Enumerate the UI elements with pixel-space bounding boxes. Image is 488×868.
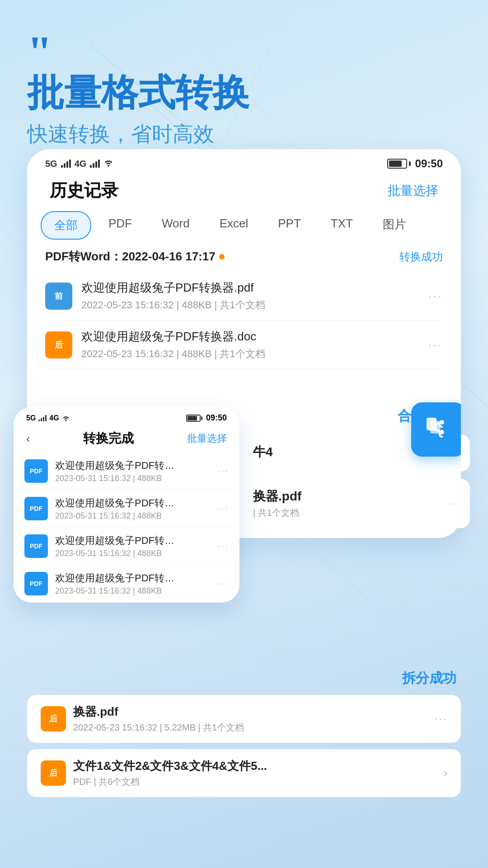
file-item-2[interactable]: 后 欢迎使用超级兔子PDF转换器.doc 2022-05-23 15:16:32… [45, 321, 443, 369]
sec-file-name-1: 欢迎使用超级兔子PDF转换器.pdf [55, 459, 182, 472]
batch-select-btn[interactable]: 批量选择 [388, 182, 438, 199]
file-name-1: 欢迎使用超级兔子PDF转换器.pdf [81, 280, 419, 296]
file-meta-1: 2022-05-23 15:16:32 | 488KB | 共1个文档 [81, 298, 419, 312]
split-file-item[interactable]: 后 换器.pdf 2022-05-23 15:16:32 | 5.22MB | … [27, 695, 461, 743]
sec-file-info-3: 欢迎使用超级兔子PDF转换器.pdf 2023-05-31 15:16:32 |… [55, 534, 211, 558]
svg-point-9 [440, 420, 444, 425]
sec-wifi-icon [62, 415, 70, 421]
file-item-1[interactable]: 前 欢迎使用超级兔子PDF转换器.pdf 2022-05-23 15:16:32… [45, 272, 443, 321]
sec-file-list: PDF 欢迎使用超级兔子PDF转换器.pdf 2023-05-31 15:16:… [14, 453, 239, 603]
combined-info: 文件1&文件2&文件3&文件4&文件5... PDF | 共6个文档 [73, 758, 436, 788]
signal-bars [90, 160, 100, 168]
bottom-panel: 拆分成功 后 换器.pdf 2022-05-23 15:16:32 | 5.22… [27, 669, 461, 797]
file-info-1: 欢迎使用超级兔子PDF转换器.pdf 2022-05-23 15:16:32 |… [81, 280, 419, 312]
quote-mark: " [27, 36, 461, 68]
file-badge-prev: 前 [45, 283, 72, 310]
wifi-icon [103, 159, 113, 169]
sec-more-btn-1[interactable]: ··· [218, 465, 229, 477]
sec-time: 09:50 [206, 413, 227, 423]
sec-status-bar: 5G 4G 09:50 [14, 407, 239, 426]
tab-excel[interactable]: Excel [207, 211, 261, 240]
sec-file-info-1: 欢迎使用超级兔子PDF转换器.pdf 2023-05-31 15:16:32 |… [55, 459, 211, 483]
status-bar: 5G 4G [27, 149, 461, 175]
sec-app-header: ‹ 转换完成 批量选择 [14, 426, 239, 453]
combined-file-item[interactable]: 后 文件1&文件2&文件3&文件4&文件5... PDF | 共6个文档 › [27, 749, 461, 797]
header-title: 批量格式转换 [27, 72, 461, 113]
sec-file-name-4: 欢迎使用超级兔子PDF转换器.pdf [55, 571, 182, 585]
sec-file-item-4[interactable]: PDF 欢迎使用超级兔子PDF转换器.pdf 2023-05-31 15:16:… [14, 565, 239, 603]
tab-pdf[interactable]: PDF [96, 211, 145, 240]
split-file-name: 换器.pdf [73, 704, 427, 720]
conv-group-header: PDF转Word：2022-04-16 17:17 转换成功 [45, 249, 443, 264]
right-file-info-2: 换器.pdf | 共1个文档 [253, 488, 443, 519]
split-status-label: 拆分成功 [27, 669, 456, 688]
sec-pdf-icon-2: PDF [24, 497, 48, 520]
split-more-btn[interactable]: ··· [434, 712, 447, 726]
header-subtitle: 快速转换，省时高效 [27, 120, 461, 148]
sec-title: 转换完成 [83, 430, 134, 447]
file-badge-after: 后 [45, 331, 72, 359]
sec-batch-select[interactable]: 批量选择 [187, 432, 227, 445]
sec-file-info-2: 欢迎使用超级兔子PDF转换器.pdf 2023-05-31 15:16:32 |… [55, 496, 211, 521]
svg-point-10 [440, 430, 444, 434]
sec-file-meta-1: 2023-05-31 15:16:32 | 488KB [55, 474, 211, 483]
sec-file-item-1[interactable]: PDF 欢迎使用超级兔子PDF转换器.pdf 2023-05-31 15:16:… [14, 453, 239, 490]
file-meta-2: 2022-05-23 15:16:32 | 488KB | 共1个文档 [81, 347, 419, 361]
signal-5g: 5G [45, 159, 57, 169]
combined-badge: 后 [41, 760, 66, 786]
combined-name: 文件1&文件2&文件3&文件4&文件5... [73, 758, 436, 774]
file-info-2: 欢迎使用超级兔子PDF转换器.doc 2022-05-23 15:16:32 |… [81, 329, 419, 361]
combined-arrow: › [443, 766, 447, 780]
right-file-name-2: 换器.pdf [253, 488, 443, 505]
file-more-btn-2[interactable]: ··· [428, 338, 443, 352]
share-button[interactable] [411, 402, 461, 457]
right-file-item-2[interactable]: 换器.pdf | 共1个文档 ··· [244, 479, 470, 528]
sec-pdf-icon-1: PDF [24, 459, 48, 483]
tab-all[interactable]: 全部 [41, 211, 91, 240]
combined-meta: PDF | 共6个文档 [73, 776, 436, 788]
status-left: 5G 4G [45, 159, 113, 169]
time-display: 09:50 [415, 157, 443, 170]
split-file-badge: 后 [41, 706, 66, 731]
orange-dot-indicator [219, 254, 225, 259]
split-file-meta: 2022-05-23 15:16:32 | 5.22MB | 共1个文档 [73, 722, 427, 734]
tab-txt[interactable]: TXT [318, 211, 366, 240]
header-section: " 批量格式转换 快速转换，省时高效 [0, 0, 488, 166]
sec-more-btn-2[interactable]: ··· [218, 503, 229, 514]
sec-status-right: 09:50 [186, 413, 227, 423]
signal-4g: 4G [75, 159, 87, 169]
status-right: 09:50 [387, 157, 443, 170]
sec-file-name-2: 欢迎使用超级兔子PDF转换器.pdf [55, 496, 182, 510]
sec-pdf-icon-3: PDF [24, 534, 48, 558]
right-file-meta-2: | 共1个文档 [253, 507, 443, 519]
file-name-2: 欢迎使用超级兔子PDF转换器.doc [81, 329, 419, 344]
app-title: 历史记录 [50, 179, 118, 202]
sec-file-meta-3: 2023-05-31 15:16:32 | 488KB [55, 549, 211, 558]
svg-point-11 [432, 425, 437, 429]
tab-bar: 全部 PDF Word Excel PPT TXT 图片 [27, 211, 461, 240]
sec-back-btn[interactable]: ‹ [26, 432, 30, 446]
secondary-phone-mockup: 5G 4G 09:50 ‹ 转换完成 批量选择 [14, 407, 239, 603]
file-more-btn-1[interactable]: ··· [428, 289, 443, 303]
sec-more-btn-4[interactable]: ··· [218, 578, 229, 590]
sec-file-info-4: 欢迎使用超级兔子PDF转换器.pdf 2023-05-31 15:16:32 |… [55, 571, 211, 596]
conv-status: 转换成功 [399, 250, 443, 264]
signal-bars-4g [61, 160, 71, 168]
conv-group-title: PDF转Word：2022-04-16 17:17 [45, 249, 225, 264]
sec-file-item-2[interactable]: PDF 欢迎使用超级兔子PDF转换器.pdf 2023-05-31 15:16:… [14, 490, 239, 528]
right-more-btn[interactable]: ··· [450, 498, 461, 509]
conv-group: PDF转Word：2022-04-16 17:17 转换成功 前 欢迎使用超级兔… [27, 249, 461, 369]
tab-word[interactable]: Word [149, 211, 202, 240]
sec-status-left: 5G 4G [26, 414, 70, 422]
sec-file-name-3: 欢迎使用超级兔子PDF转换器.pdf [55, 534, 182, 547]
app-header: 历史记录 批量选择 [27, 175, 461, 211]
sec-file-meta-2: 2023-05-31 15:16:32 | 488KB [55, 511, 211, 521]
tab-image[interactable]: 图片 [370, 211, 419, 240]
tab-ppt[interactable]: PPT [265, 211, 314, 240]
battery-icon [387, 159, 411, 169]
split-file-info: 换器.pdf 2022-05-23 15:16:32 | 5.22MB | 共1… [73, 704, 427, 734]
sec-pdf-icon-4: PDF [24, 572, 48, 595]
sec-file-meta-4: 2023-05-31 15:16:32 | 488KB [55, 586, 211, 596]
sec-file-item-3[interactable]: PDF 欢迎使用超级兔子PDF转换器.pdf 2023-05-31 15:16:… [14, 528, 239, 565]
sec-more-btn-3[interactable]: ··· [218, 540, 229, 552]
